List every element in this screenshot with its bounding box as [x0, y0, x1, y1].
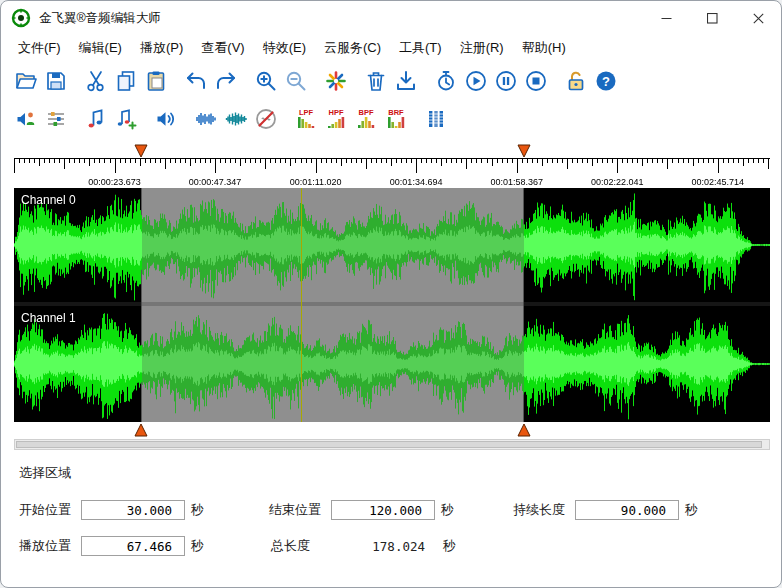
lpf-button[interactable]: LPF — [291, 104, 321, 134]
undo-icon — [184, 69, 208, 93]
cut-button[interactable] — [81, 66, 111, 96]
window-title: 金飞翼®音频编辑大师 — [39, 10, 161, 27]
copy-button[interactable] — [111, 66, 141, 96]
help-button[interactable]: ? — [591, 66, 621, 96]
selection-panel-title: 选择区域 — [19, 464, 763, 482]
menu-item-8[interactable]: 帮助(H) — [513, 36, 575, 60]
timer-icon — [434, 69, 458, 93]
paste-icon — [144, 69, 168, 93]
svg-text:HPF: HPF — [329, 108, 344, 117]
waveform-button[interactable] — [191, 104, 221, 134]
end-position-label: 结束位置 — [269, 501, 331, 519]
timeline-ruler[interactable] — [14, 158, 770, 188]
open-folder-button[interactable] — [11, 66, 41, 96]
stop-icon — [524, 69, 548, 93]
fields-row-0: 开始位置秒结束位置秒持续长度秒 — [19, 500, 763, 520]
minimize-button[interactable] — [643, 1, 689, 35]
pause-icon — [494, 69, 518, 93]
bpf-icon: BPF — [354, 107, 378, 131]
timer-button[interactable] — [431, 66, 461, 96]
mixer-icon — [44, 107, 68, 131]
duration-label: 持续长度 — [513, 501, 575, 519]
duration-input[interactable] — [575, 500, 679, 520]
selection-fields: 开始位置秒结束位置秒持续长度秒播放位置秒总长度178.024秒 — [19, 500, 763, 556]
title-bar: 金飞翼®音频编辑大师 — [1, 1, 781, 35]
total-length-label: 总长度 — [271, 537, 333, 555]
bottom-marker-strip — [14, 422, 770, 437]
pause-button[interactable] — [491, 66, 521, 96]
music-notes-button[interactable] — [111, 104, 141, 134]
delete-button[interactable] — [361, 66, 391, 96]
menu-item-6[interactable]: 工具(T) — [390, 36, 451, 60]
lpf-icon: LPF — [294, 107, 318, 131]
menu-item-5[interactable]: 云服务(C) — [315, 36, 390, 60]
unlock-button[interactable] — [561, 66, 591, 96]
save-button[interactable] — [41, 66, 71, 96]
start-position-unit: 秒 — [191, 501, 204, 519]
save-icon — [44, 69, 68, 93]
end-position-unit: 秒 — [441, 501, 454, 519]
start-position-field: 开始位置秒 — [19, 500, 269, 520]
zoom-in-button[interactable] — [251, 66, 281, 96]
help-icon: ? — [594, 69, 618, 93]
selection-start-marker-bottom[interactable] — [134, 423, 148, 437]
brf-button[interactable]: BRF — [381, 104, 411, 134]
download-button[interactable] — [391, 66, 421, 96]
horizontal-scrollbar[interactable] — [14, 439, 770, 450]
open-folder-icon — [14, 69, 38, 93]
close-button[interactable] — [735, 1, 781, 35]
end-position-input[interactable] — [331, 500, 435, 520]
play-button[interactable] — [461, 66, 491, 96]
spectrum-button[interactable] — [221, 104, 251, 134]
menu-item-1[interactable]: 编辑(E) — [70, 36, 131, 60]
waveform-display[interactable] — [14, 188, 770, 422]
speaker-button[interactable] — [151, 104, 181, 134]
stop-button[interactable] — [521, 66, 551, 96]
maximize-button[interactable] — [689, 1, 735, 35]
start-position-input[interactable] — [81, 500, 185, 520]
mute-button[interactable] — [251, 104, 281, 134]
music-notes-icon — [114, 107, 138, 131]
play-position-label: 播放位置 — [19, 537, 81, 555]
voice-button[interactable] — [11, 104, 41, 134]
end-position-field: 结束位置秒 — [269, 500, 513, 520]
duration-unit: 秒 — [685, 501, 698, 519]
music-note-button[interactable] — [81, 104, 111, 134]
redo-button[interactable] — [211, 66, 241, 96]
start-position-label: 开始位置 — [19, 501, 81, 519]
undo-button[interactable] — [181, 66, 211, 96]
redo-icon — [214, 69, 238, 93]
svg-text:LPF: LPF — [299, 108, 314, 117]
mute-icon — [254, 107, 278, 131]
paste-button[interactable] — [141, 66, 171, 96]
top-marker-strip — [14, 143, 770, 158]
menu-item-7[interactable]: 注册(R) — [451, 36, 513, 60]
bpf-button[interactable]: BPF — [351, 104, 381, 134]
zoom-in-icon — [254, 69, 278, 93]
level-meter-button[interactable] — [421, 104, 451, 134]
app-logo-icon — [11, 8, 31, 28]
maximize-icon — [707, 13, 718, 24]
menu-item-2[interactable]: 播放(P) — [131, 36, 192, 60]
effects-button[interactable] — [321, 66, 351, 96]
menu-item-0[interactable]: 文件(F) — [9, 36, 70, 60]
menu-item-4[interactable]: 特效(E) — [254, 36, 315, 60]
toolbar-main: ? — [1, 61, 781, 101]
mixer-button[interactable] — [41, 104, 71, 134]
menu-item-3[interactable]: 查看(V) — [192, 36, 253, 60]
zoom-out-button[interactable] — [281, 66, 311, 96]
scrollbar-thumb[interactable] — [16, 441, 762, 448]
selection-start-marker-top[interactable] — [134, 144, 148, 158]
spectrum-icon — [224, 107, 248, 131]
selection-end-marker-top[interactable] — [517, 144, 531, 158]
hpf-button[interactable]: HPF — [321, 104, 351, 134]
menu-bar: 文件(F)编辑(E)播放(P)查看(V)特效(E)云服务(C)工具(T)注册(R… — [1, 35, 781, 61]
selection-end-marker-bottom[interactable] — [517, 423, 531, 437]
toolbar-audio: LPFHPFBPFBRF — [1, 101, 781, 137]
play-position-input[interactable] — [81, 536, 185, 556]
window-controls — [643, 1, 781, 35]
music-note-icon — [84, 107, 108, 131]
play-position-field: 播放位置秒 — [19, 536, 271, 556]
delete-icon — [364, 69, 388, 93]
level-meter-icon — [424, 107, 448, 131]
